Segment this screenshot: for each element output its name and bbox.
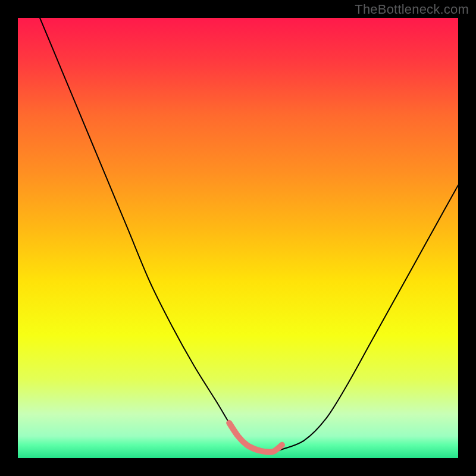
bottleneck-plot xyxy=(18,18,458,458)
heat-background xyxy=(18,18,458,458)
chart-frame: TheBottleneck.com xyxy=(0,0,476,476)
watermark-label: TheBottleneck.com xyxy=(355,2,469,17)
